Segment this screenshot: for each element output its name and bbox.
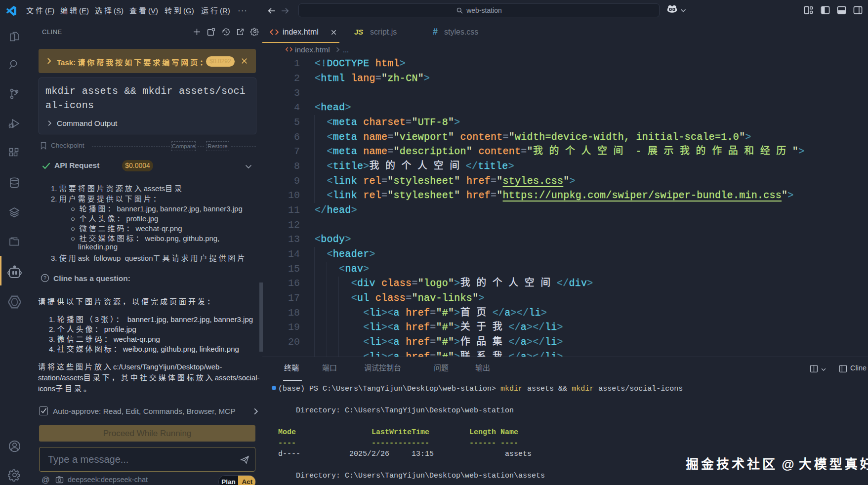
svg-text:?: ?: [43, 275, 46, 281]
